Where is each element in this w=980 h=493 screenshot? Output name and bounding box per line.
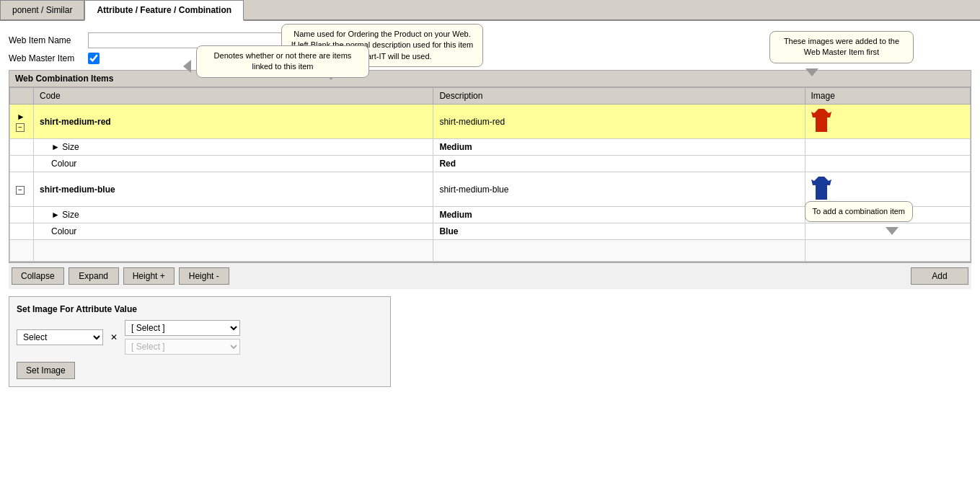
row-description: shirt-medium-red (433, 105, 805, 139)
value-select-2[interactable]: [ Select ] (125, 339, 240, 355)
sub-value-size1: Medium (433, 139, 805, 156)
row-image (805, 105, 971, 139)
web-master-item-checkbox[interactable] (88, 53, 100, 64)
sub-label-colour2: Colour (34, 223, 433, 240)
collapse-icon[interactable]: − (16, 123, 25, 132)
web-master-item-row: Web Master Item Denotes whether or not t… (9, 53, 971, 64)
table-row: ► Size Medium (10, 139, 971, 156)
sub-expander2[interactable]: ► (51, 210, 60, 220)
callout-images: These images were added to the Web Maste… (769, 31, 914, 63)
callout-webmaster: Denotes whether or not there are items l… (196, 45, 369, 78)
row-description2: shirt-medium-blue (433, 172, 805, 207)
row-expander[interactable]: ► − (10, 105, 34, 139)
table-row: Colour Blue (10, 223, 971, 240)
tab-attribute[interactable]: Attribute / Feature / Combination (84, 0, 244, 21)
set-image-title: Set Image For Attribute Value (17, 304, 383, 314)
section-title: Web Combination Items (9, 71, 971, 87)
set-image-controls: Select ✕ [ Select ] [ Select ] (17, 320, 383, 355)
svg-marker-1 (811, 177, 831, 200)
table-row (10, 240, 971, 262)
sub-value-colour2: Blue (433, 223, 805, 240)
tab-component[interactable]: ponent / Similar (0, 0, 84, 19)
row-code: shirt-medium-red (34, 105, 433, 139)
shirt-image-red (811, 107, 831, 133)
sub-expander[interactable]: ► (51, 142, 60, 152)
sub-label-colour1: Colour (34, 156, 433, 172)
table-row: Colour Red (10, 156, 971, 172)
expand-button[interactable]: Expand (69, 267, 119, 285)
sub-value-size2: Medium (433, 207, 805, 223)
clear-select-button[interactable]: ✕ (107, 331, 120, 344)
col-header-description: Description (433, 88, 805, 105)
col-header-expand (10, 88, 34, 105)
set-image-section: Set Image For Attribute Value Select ✕ [… (9, 296, 391, 387)
callout-add: To add a combination item (805, 201, 913, 222)
sub-value-colour1: Red (433, 156, 805, 172)
value-select-1[interactable]: [ Select ] (125, 320, 240, 336)
height-plus-button[interactable]: Height + (123, 267, 175, 285)
sub-label-size1: Size (62, 142, 79, 152)
web-master-item-label: Web Master Item (9, 53, 88, 63)
table-header-row: Code Description Image (10, 88, 971, 105)
set-image-button[interactable]: Set Image (17, 362, 75, 379)
tab-bar: ponent / Similar Attribute / Feature / C… (0, 0, 980, 21)
height-minus-button[interactable]: Height - (179, 267, 229, 285)
col-header-code: Code (34, 88, 433, 105)
collapse-button[interactable]: Collapse (12, 267, 64, 285)
combination-table: Code Description Image ► − shirt-medium-… (9, 87, 971, 262)
web-item-name-label: Web Item Name (9, 35, 88, 45)
table-row[interactable]: ► − shirt-medium-red shirt-medium-red (10, 105, 971, 139)
svg-marker-0 (811, 109, 831, 132)
sub-label-size2: Size (62, 210, 79, 220)
button-bar: Collapse Expand Height + Height - Add (9, 262, 971, 289)
row-expander2[interactable]: − (10, 172, 34, 207)
row-code2: shirt-medium-blue (34, 172, 433, 207)
combination-items-section: Web Combination Items Code Description I… (9, 70, 971, 262)
attribute-select[interactable]: Select (17, 329, 103, 345)
col-header-image: Image (805, 88, 971, 105)
shirt-image-blue (811, 175, 831, 201)
collapse-icon2[interactable]: − (16, 186, 25, 195)
add-button[interactable]: Add (911, 267, 968, 285)
main-content: Name used for Ordering the Product on yo… (0, 21, 980, 393)
